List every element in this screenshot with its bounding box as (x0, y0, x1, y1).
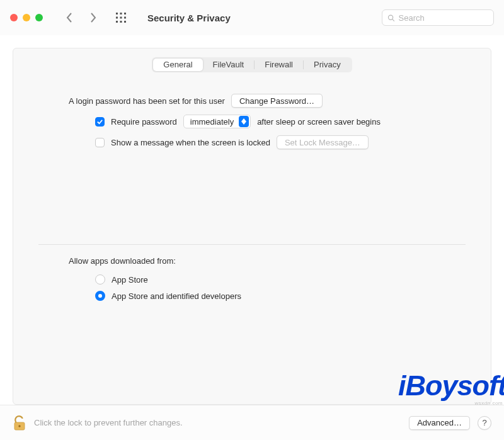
svg-line-10 (392, 19, 394, 21)
forward-button[interactable] (84, 9, 102, 26)
radio-app-store[interactable] (95, 274, 105, 285)
svg-rect-4 (120, 17, 122, 19)
password-set-label: A login password has been set for this u… (69, 96, 225, 106)
search-input[interactable] (399, 13, 488, 23)
radio-identified-developers[interactable] (95, 291, 105, 301)
svg-rect-8 (124, 21, 126, 23)
svg-rect-1 (120, 13, 122, 14)
radio-app-store-label: App Store (112, 275, 148, 285)
set-lock-message-button[interactable]: Set Lock Message… (277, 135, 369, 149)
chevron-left-icon (66, 13, 73, 23)
popup-arrows-icon (239, 116, 249, 127)
tab-bar: General FileVault Firewall Privacy (152, 57, 352, 72)
minimize-window-button[interactable] (23, 14, 30, 21)
toolbar: Security & Privacy (0, 0, 504, 35)
lock-icon[interactable] (13, 415, 26, 431)
tab-filevault[interactable]: FileVault (203, 59, 255, 71)
watermark-site: wsxdn.com (474, 400, 503, 406)
search-icon (387, 14, 395, 22)
allow-apps-title: Allow apps downloaded from: (69, 256, 462, 266)
svg-rect-2 (124, 13, 126, 14)
chevron-right-icon (89, 13, 97, 23)
show-message-label: Show a message when the screen is locked (111, 138, 270, 147)
delay-value: immediately (190, 117, 234, 127)
svg-rect-5 (124, 17, 126, 19)
footer: Click the lock to prevent further change… (0, 405, 504, 440)
checkmark-icon (96, 118, 103, 125)
advanced-button[interactable]: Advanced… (409, 416, 470, 430)
after-sleep-label: after sleep or screen saver begins (257, 117, 381, 127)
svg-rect-0 (116, 13, 118, 14)
radio-identified-developers-label: App Store and identified developers (112, 291, 241, 301)
show-message-checkbox[interactable] (95, 138, 105, 147)
grid-icon (116, 13, 126, 23)
show-all-button[interactable] (112, 9, 130, 26)
watermark-logo: iBoysoft (398, 371, 504, 400)
window-controls (10, 14, 43, 21)
require-password-delay-popup[interactable]: immediately (183, 115, 251, 128)
content-panel: General FileVault Firewall Privacy A log… (13, 48, 491, 405)
tab-firewall[interactable]: Firewall (255, 59, 303, 71)
svg-point-12 (18, 425, 20, 427)
tab-privacy[interactable]: Privacy (304, 59, 351, 71)
svg-rect-6 (116, 21, 118, 23)
tab-general[interactable]: General (153, 59, 202, 71)
svg-point-9 (388, 15, 392, 20)
lock-hint-text: Click the lock to prevent further change… (34, 418, 401, 427)
svg-rect-7 (120, 21, 122, 23)
change-password-button[interactable]: Change Password… (231, 94, 323, 108)
search-field[interactable] (382, 9, 494, 26)
help-button[interactable]: ? (478, 416, 491, 430)
require-password-checkbox[interactable] (95, 117, 105, 127)
fullscreen-window-button[interactable] (35, 14, 43, 21)
window-title: Security & Privacy (147, 13, 231, 23)
close-window-button[interactable] (10, 14, 18, 21)
svg-rect-3 (116, 17, 118, 19)
require-password-label: Require password (111, 117, 177, 127)
back-button[interactable] (60, 9, 78, 26)
